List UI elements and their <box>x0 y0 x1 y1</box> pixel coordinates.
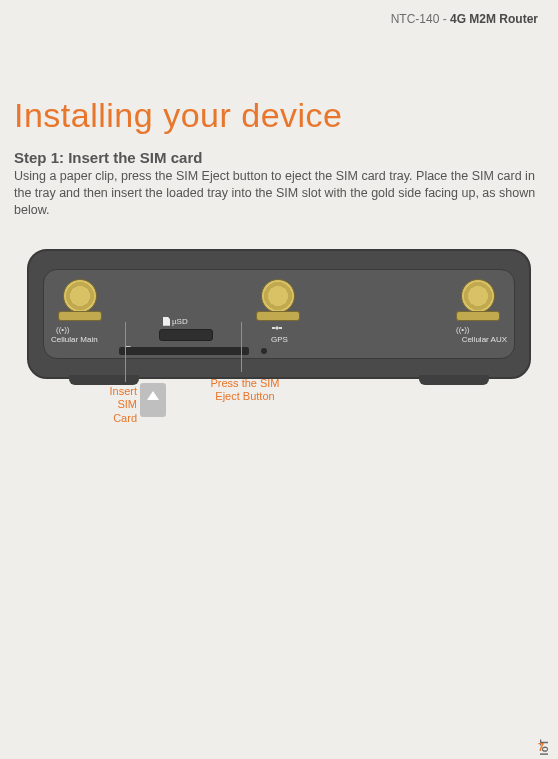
model-code: NTC-140 - <box>391 12 450 26</box>
router-foot <box>69 375 139 385</box>
device-diagram: ((•)) Cellular Main GPS ((•)) Cellular A… <box>0 219 558 379</box>
usd-text: µSD <box>172 317 188 326</box>
page-number: 7 <box>538 741 544 753</box>
leader-line <box>125 322 126 382</box>
signal-icon: ((•)) <box>456 325 466 334</box>
satellite-icon <box>272 323 282 333</box>
sma-connector-icon <box>63 279 97 313</box>
callout-eject: Press the SIM Eject Button <box>200 377 290 405</box>
step-body: Using a paper clip, press the SIM Eject … <box>0 168 558 219</box>
signal-icon: ((•)) <box>56 325 66 334</box>
sma-connector-icon <box>461 279 495 313</box>
label-gps: GPS <box>271 335 288 344</box>
sma-base-icon <box>256 311 300 321</box>
svg-rect-1 <box>272 327 275 329</box>
sim-card-graphic <box>140 383 166 417</box>
router-body: ((•)) Cellular Main GPS ((•)) Cellular A… <box>27 249 531 379</box>
microsd-slot-icon <box>159 329 213 341</box>
page-title: Installing your device <box>0 26 558 135</box>
microsd-icon <box>163 317 170 326</box>
callout-insert-sim: Insert SIM Card <box>95 385 137 426</box>
leader-line <box>241 322 242 372</box>
label-cellular-aux: Cellular AUX <box>462 335 507 344</box>
svg-rect-2 <box>279 327 282 329</box>
sma-base-icon <box>456 311 500 321</box>
product-name: 4G M2M Router <box>450 12 538 26</box>
svg-rect-0 <box>275 326 279 330</box>
sma-connector-icon <box>261 279 295 313</box>
router-foot <box>419 375 489 385</box>
sim-slot-icon <box>119 347 249 355</box>
label-cellular-main: Cellular Main <box>51 335 98 344</box>
sma-base-icon <box>58 311 102 321</box>
page-header: NTC-140 - 4G M2M Router <box>0 0 558 26</box>
label-usd: µSD <box>163 317 188 326</box>
step-heading: Step 1: Insert the SIM card <box>0 135 558 168</box>
arrow-up-icon <box>147 391 159 400</box>
side-prefix: Industrial <box>539 756 550 760</box>
